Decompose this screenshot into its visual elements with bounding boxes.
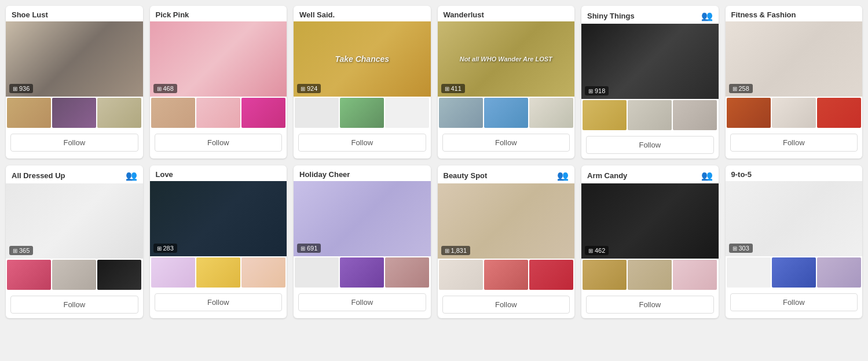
thumbnail-3 [817,257,861,288]
thumbnail-row [150,97,287,129]
thumbnail-2 [628,100,672,130]
thumbnail-row [294,256,431,289]
main-image-wrap: 258 [726,21,863,97]
pin-count: 258 [729,84,753,93]
thumbnail-1 [439,260,483,290]
board-card-pick-pink: Pick Pink468Follow [150,6,287,159]
boards-grid: Shoe Lust936FollowPick Pink468FollowWell… [6,6,862,318]
main-image-wrap: 283 [150,181,287,256]
thumbnail-row [726,256,863,289]
board-title: Shoe Lust [12,10,48,19]
thumbnail-1 [295,257,339,288]
thumbnail-2 [628,260,672,290]
pin-count: 283 [153,244,177,253]
thumbnail-3 [241,257,285,288]
thumbnail-2 [52,260,96,290]
board-card-fitness-fashion: Fitness & Fashion258Follow [726,6,863,159]
thumbnail-1 [439,98,483,128]
thumbnail-3 [673,100,717,130]
pin-count: 691 [297,244,321,253]
main-image-wrap: Not all WHO Wander Are LOST411 [438,21,575,97]
thumbnail-2 [340,257,384,288]
board-title: Well Said. [299,10,335,19]
follow-button-shoe-lust[interactable]: Follow [10,134,138,152]
board-title: Holiday Cheer [299,170,350,179]
group-icon: 👥 [701,170,713,181]
thumbnail-3 [529,98,573,128]
card-header: Holiday Cheer [294,165,431,181]
thumbnail-row [581,259,719,291]
thumbnail-3 [385,257,429,288]
thumbnail-1 [295,98,339,128]
main-image-wrap: 936 [6,21,143,97]
follow-button-love[interactable]: Follow [155,293,283,311]
card-header: Shoe Lust [6,6,143,21]
thumbnail-row [438,259,575,291]
follow-button-fitness-fashion[interactable]: Follow [730,134,858,152]
card-header: Shiny Things👥 [581,6,719,24]
pin-count: 468 [153,84,177,93]
thumbnail-1 [727,98,771,128]
pin-count: 365 [9,246,33,255]
board-title: Pick Pink [156,10,189,19]
board-card-shiny-things: Shiny Things👥918Follow [581,6,719,159]
pin-count: 303 [729,244,753,253]
card-header: Love [150,165,287,181]
card-header: Beauty Spot👥 [438,165,575,183]
thumbnail-3 [529,260,573,290]
main-image-wrap: 1,831 [438,183,575,259]
thumbnail-3 [817,98,861,128]
group-icon: 👥 [557,170,569,181]
pin-count: 918 [585,86,609,95]
follow-button-pick-pink[interactable]: Follow [155,134,283,152]
pin-count: 462 [585,246,609,255]
board-title: 9-to-5 [731,170,752,179]
follow-button-all-dressed-up[interactable]: Follow [10,296,138,314]
board-title: Fitness & Fashion [731,10,796,19]
board-card-all-dressed-up: All Dressed Up👥365Follow [6,165,143,318]
thumbnail-2 [196,98,240,128]
group-icon: 👥 [126,170,137,181]
main-image-wrap: 691 [294,181,431,256]
follow-button-shiny-things[interactable]: Follow [586,136,714,154]
thumbnail-2 [196,257,240,288]
board-card-wanderlust: WanderlustNot all WHO Wander Are LOST411… [438,6,575,159]
follow-button-beauty-spot[interactable]: Follow [442,296,570,314]
pin-count: 924 [297,84,321,93]
thumbnail-1 [151,257,195,288]
main-image-wrap: 303 [726,181,863,256]
thumbnail-3 [97,260,141,290]
card-header: All Dressed Up👥 [6,165,143,183]
follow-button-arm-candy[interactable]: Follow [586,296,714,314]
card-header: Wanderlust [438,6,575,21]
board-card-arm-candy: Arm Candy👥462Follow [581,165,719,318]
pin-count: 936 [9,84,33,93]
board-card-holiday-cheer: Holiday Cheer691Follow [294,165,431,318]
thumbnail-row [294,97,431,129]
main-image-wrap: 468 [150,21,287,97]
board-title: Arm Candy [587,171,627,180]
follow-button-9-to-5[interactable]: Follow [730,293,858,311]
thumbnail-2 [484,260,528,290]
thumbnail-1 [727,257,771,288]
thumbnail-row [6,259,143,291]
follow-button-well-said[interactable]: Follow [298,134,426,152]
board-title: Wanderlust [444,10,484,19]
main-image-wrap: 918 [581,24,719,99]
thumbnail-1 [583,100,627,130]
thumbnail-1 [583,260,627,290]
card-header: Pick Pink [150,6,287,21]
thumbnail-2 [340,98,384,128]
follow-button-holiday-cheer[interactable]: Follow [298,293,426,311]
thumbnail-row [150,256,287,289]
thumbnail-row [581,99,719,131]
pin-count: 1,831 [441,246,471,255]
card-header: Fitness & Fashion [726,6,863,21]
board-title: Love [156,170,173,179]
thumbnail-1 [151,98,195,128]
thumbnail-2 [772,98,816,128]
follow-button-wanderlust[interactable]: Follow [442,134,570,152]
thumbnail-1 [7,98,51,128]
board-card-shoe-lust: Shoe Lust936Follow [6,6,143,159]
board-card-well-said: Well Said.Take Chances924Follow [294,6,431,159]
